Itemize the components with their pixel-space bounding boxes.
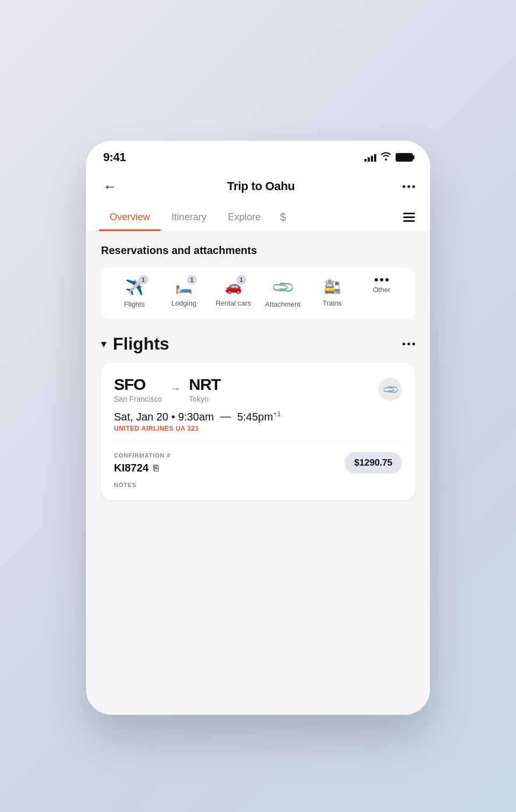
tab-explore[interactable]: Explore	[217, 204, 271, 230]
airline-name: UNITED AIRLINES UA 321	[114, 425, 402, 432]
signal-icon	[364, 153, 376, 162]
collapse-flights-button[interactable]: ▾	[101, 337, 106, 350]
flights-more-button[interactable]	[403, 343, 415, 345]
rental-cars-badge: 1	[236, 275, 246, 285]
arrive-time: 5:45pm	[237, 410, 273, 422]
tab-overview[interactable]: Overview	[99, 204, 161, 230]
price-badge: $1290.75	[345, 452, 402, 474]
to-airport-code: NRT	[189, 375, 220, 394]
back-button[interactable]: ←	[101, 176, 119, 197]
tab-itinerary[interactable]: Itinerary	[161, 204, 217, 230]
to-city: Tokyo	[189, 395, 220, 403]
depart-time: 9:30am	[178, 410, 214, 422]
lodging-badge: 1	[187, 275, 197, 285]
from-airport-code: SFO	[114, 375, 162, 394]
flights-label: Flights	[124, 300, 145, 308]
categories-row: ✈️ 1 Flights 🛏️ 1 Lodging 🚗 1 Rental car…	[101, 267, 415, 319]
nav-tabs: Overview Itinerary Explore $	[86, 204, 430, 231]
status-icons	[364, 152, 413, 163]
status-time: 9:41	[103, 150, 126, 164]
confirmation-label: CONFIRMATION #	[114, 452, 170, 459]
notes-label: NOTES	[114, 482, 137, 488]
reservations-title: Reservations and attachments	[101, 244, 415, 257]
trains-label: Trains	[322, 299, 342, 307]
confirmation-number: KI8724 ⎘	[114, 462, 170, 474]
more-options-button[interactable]	[403, 185, 415, 188]
from-city: San Francisco	[114, 395, 162, 403]
category-flights[interactable]: ✈️ 1 Flights	[110, 278, 159, 308]
category-other[interactable]: Other	[357, 278, 406, 308]
page-title: Trip to Oahu	[227, 179, 295, 193]
category-rental-cars[interactable]: 🚗 1 Rental cars	[209, 278, 258, 308]
flight-card: SFO San Francisco → NRT Tokyo 📎	[101, 363, 415, 501]
phone-frame: 9:41 ← Trip to Oahu	[86, 141, 430, 715]
paperclip-icon: 📎	[381, 380, 400, 398]
flight-time: Sat, Jan 20 • 9:30am — 5:45pm+1	[114, 410, 402, 423]
rental-cars-label: Rental cars	[216, 299, 251, 307]
copy-confirmation-button[interactable]: ⎘	[153, 463, 159, 473]
flights-header: ▾ Flights	[101, 334, 415, 354]
other-label: Other	[373, 286, 391, 294]
flight-card-lower: CONFIRMATION # KI8724 ⎘ NOTES $1290.75	[101, 441, 415, 500]
attachment-icon: 📎	[270, 274, 296, 300]
wifi-icon	[381, 152, 391, 163]
trains-icon: 🚉	[324, 278, 341, 295]
tab-dollar[interactable]: $	[271, 204, 295, 231]
more-tabs-button[interactable]	[401, 207, 417, 227]
category-trains[interactable]: 🚉 Trains	[307, 278, 357, 308]
flight-date: Sat, Jan 20	[114, 410, 168, 422]
flights-section-title: Flights	[113, 334, 169, 354]
flight-attachment-button[interactable]: 📎	[378, 378, 402, 401]
page-header: ← Trip to Oahu	[86, 170, 430, 204]
arrive-superscript: +1	[273, 410, 281, 418]
route-arrow-icon: →	[170, 383, 180, 395]
category-attachment[interactable]: 📎 Attachment	[258, 278, 307, 308]
category-lodging[interactable]: 🛏️ 1 Lodging	[159, 278, 209, 308]
flights-section: ▾ Flights SFO San Francisco	[101, 334, 415, 501]
flight-route: SFO San Francisco → NRT Tokyo 📎	[114, 375, 402, 403]
other-dots-icon	[375, 278, 389, 281]
lodging-label: Lodging	[171, 299, 196, 307]
attachment-label: Attachment	[265, 300, 300, 308]
status-bar: 9:41	[86, 141, 430, 170]
battery-icon	[396, 153, 413, 162]
main-content: Reservations and attachments ✈️ 1 Flight…	[86, 231, 430, 715]
flights-badge: 1	[139, 275, 148, 285]
